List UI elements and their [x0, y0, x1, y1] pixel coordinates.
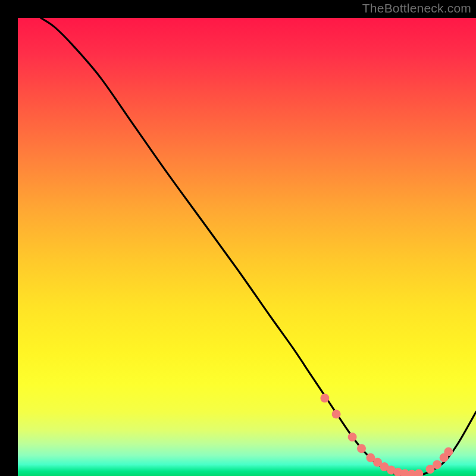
- curve-marker-dot: [444, 447, 453, 456]
- curve-marker-dot: [320, 394, 329, 403]
- curve-marker-dot: [433, 460, 441, 469]
- curve-marker-dot: [332, 410, 341, 419]
- bottleneck-curve: [41, 18, 477, 476]
- curve-marker-dots: [320, 394, 453, 476]
- watermark-text: TheBottleneck.com: [362, 1, 471, 15]
- curve-marker-dot: [414, 469, 423, 476]
- curve-marker-dot: [357, 444, 366, 453]
- chart-plot-area: [18, 18, 476, 476]
- curve-marker-dot: [348, 433, 357, 441]
- bottleneck-curve-svg: [18, 18, 476, 476]
